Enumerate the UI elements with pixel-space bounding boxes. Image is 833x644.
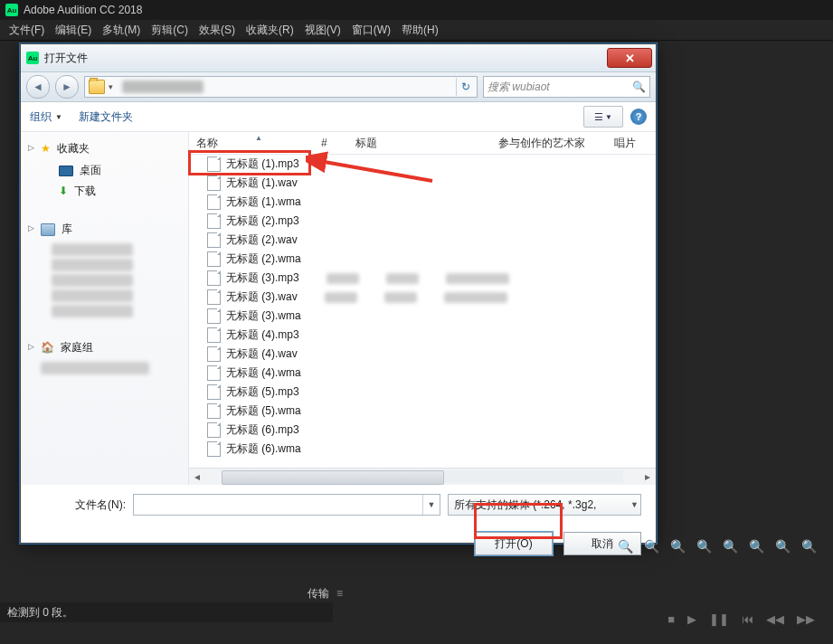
zoom-out-h-icon[interactable]: 🔍 xyxy=(696,539,712,554)
zoom-sel-icon[interactable]: 🔍 xyxy=(749,539,764,554)
scroll-left-icon[interactable]: ◂ xyxy=(189,469,205,484)
organize-button[interactable]: 组织 ▼ xyxy=(30,109,62,125)
zoom-fit-icon[interactable]: 🔍 xyxy=(723,539,738,554)
dialog-title-bar[interactable]: Au 打开文件 ✕ xyxy=(21,44,656,72)
star-icon: ★ xyxy=(41,142,51,155)
scrollbar-thumb[interactable] xyxy=(222,470,444,485)
file-row[interactable]: 无标题 (2).wav xyxy=(189,231,656,250)
nav-back-button[interactable]: ◄ xyxy=(26,75,50,99)
file-row[interactable]: 无标题 (4).wav xyxy=(189,345,656,364)
col-title[interactable]: 标题 xyxy=(355,136,498,151)
chevron-down-icon: ▼ xyxy=(55,113,62,121)
file-name: 无标题 (2).wav xyxy=(226,232,298,248)
file-row[interactable]: 无标题 (5).wma xyxy=(189,402,656,421)
file-name: 无标题 (5).mp3 xyxy=(226,384,299,400)
sidebar-favorites[interactable]: ▷ ★ 收藏夹 xyxy=(21,137,188,160)
search-input[interactable]: 搜索 wubiaot 🔍 xyxy=(483,76,650,98)
file-icon xyxy=(207,384,221,400)
menu-clip[interactable]: 剪辑(C) xyxy=(146,23,194,38)
skip-back-icon[interactable]: ⏮ xyxy=(742,612,753,626)
file-icon xyxy=(207,232,221,248)
file-name: 无标题 (5).wma xyxy=(226,403,301,419)
file-name: 无标题 (1).wav xyxy=(226,175,298,191)
nav-forward-button[interactable]: ► xyxy=(55,75,79,99)
desktop-icon xyxy=(59,166,73,176)
breadcrumb[interactable]: ▾ ↻ xyxy=(84,76,478,98)
file-row[interactable]: 无标题 (4).wma xyxy=(189,364,656,383)
view-mode-button[interactable]: ☰ ▼ xyxy=(583,106,623,128)
scroll-right-icon[interactable]: ▸ xyxy=(639,469,656,484)
file-row[interactable]: 无标题 (3).mp3 xyxy=(189,269,656,288)
menu-file[interactable]: 文件(F) xyxy=(4,23,50,38)
menu-effects[interactable]: 效果(S) xyxy=(194,23,241,38)
refresh-icon[interactable]: ↻ xyxy=(456,78,475,96)
horizontal-scrollbar[interactable]: ◂ ▸ xyxy=(189,468,656,485)
file-row[interactable]: 无标题 (2).mp3 xyxy=(189,212,656,231)
col-artist[interactable]: 参与创作的艺术家 xyxy=(498,136,614,151)
search-placeholder: 搜索 wubiaot xyxy=(487,80,550,95)
sidebar-item-downloads[interactable]: ⬇ 下载 xyxy=(21,181,188,202)
close-icon[interactable]: ✕ xyxy=(607,48,652,68)
zoom-in-h-icon[interactable]: 🔍 xyxy=(670,539,686,554)
app-title: Adobe Audition CC 2018 xyxy=(24,4,142,16)
file-row[interactable]: 无标题 (1).wma xyxy=(189,193,656,212)
sidebar-homegroup[interactable]: ▷ 🏠 家庭组 xyxy=(21,336,188,359)
file-row[interactable]: 无标题 (1).mp3 xyxy=(189,155,656,174)
menu-window[interactable]: 窗口(W) xyxy=(346,23,396,38)
sidebar-item-redacted xyxy=(52,305,133,317)
file-row[interactable]: 无标题 (4).mp3 xyxy=(189,326,656,345)
file-type-filter[interactable]: 所有支持的媒体 (*.264, *.3g2, ▼ xyxy=(448,494,641,516)
zoom-out-v-icon[interactable]: 🔍 xyxy=(801,539,817,554)
collapse-icon[interactable]: ▷ xyxy=(28,342,34,351)
panel-menu-icon[interactable]: ≡ xyxy=(336,587,342,600)
menu-help[interactable]: 帮助(H) xyxy=(396,23,444,38)
rewind-icon[interactable]: ◀◀ xyxy=(766,612,784,626)
zoom-tools: 🔍 🔍 🔍 🔍 🔍 🔍 🔍 🔍 xyxy=(618,539,817,554)
menu-multitrack[interactable]: 多轨(M) xyxy=(97,23,146,38)
help-icon[interactable]: ? xyxy=(630,109,647,125)
collapse-icon[interactable]: ▷ xyxy=(28,223,34,232)
file-name: 无标题 (4).mp3 xyxy=(226,327,299,343)
collapse-icon[interactable]: ▷ xyxy=(28,143,34,152)
menu-fav[interactable]: 收藏夹(R) xyxy=(241,23,299,38)
file-row[interactable]: 无标题 (3).wav xyxy=(189,288,656,307)
file-row[interactable]: 无标题 (3).wma xyxy=(189,307,656,326)
zoom-in-icon[interactable]: 🔍 xyxy=(618,539,633,554)
pause-icon[interactable]: ❚❚ xyxy=(709,612,729,626)
file-row[interactable]: 无标题 (1).wav xyxy=(189,174,656,193)
chevron-down-icon[interactable]: ▼ xyxy=(422,495,440,515)
zoom-in-v-icon[interactable]: 🔍 xyxy=(775,539,790,554)
file-row[interactable]: 无标题 (6).wma xyxy=(189,440,656,459)
menu-edit[interactable]: 编辑(E) xyxy=(50,23,97,38)
chevron-down-icon[interactable]: ▾ xyxy=(109,82,113,91)
filename-field[interactable]: ▼ xyxy=(133,494,440,516)
play-icon[interactable]: ▶ xyxy=(687,612,696,626)
column-headers[interactable]: ▲ 名称 # 标题 参与创作的艺术家 唱片 xyxy=(189,132,656,155)
file-icon xyxy=(207,270,221,286)
sidebar-library[interactable]: ▷ 库 xyxy=(21,218,188,241)
file-icon xyxy=(207,251,221,267)
open-button[interactable]: 打开(O) xyxy=(475,532,553,555)
file-name: 无标题 (3).wma xyxy=(226,308,301,324)
file-icon xyxy=(207,289,221,305)
file-name: 无标题 (4).wma xyxy=(226,365,301,381)
col-album[interactable]: 唱片 xyxy=(614,136,643,151)
stop-icon[interactable]: ■ xyxy=(667,612,675,626)
library-icon xyxy=(41,223,55,236)
zoom-out-icon[interactable]: 🔍 xyxy=(644,539,659,554)
menu-view[interactable]: 视图(V) xyxy=(299,23,346,38)
forward-icon[interactable]: ▶▶ xyxy=(797,612,815,626)
cell-redacted xyxy=(446,273,509,284)
new-folder-button[interactable]: 新建文件夹 xyxy=(79,109,133,125)
chevron-down-icon[interactable]: ▼ xyxy=(630,495,639,515)
file-row[interactable]: 无标题 (6).mp3 xyxy=(189,421,656,440)
file-row[interactable]: 无标题 (2).wma xyxy=(189,250,656,269)
cell-redacted xyxy=(386,273,419,284)
col-name[interactable]: 名称 xyxy=(196,137,218,149)
sidebar-item-desktop[interactable]: 桌面 xyxy=(21,160,188,181)
menu-bar: 文件(F) 编辑(E) 多轨(M) 剪辑(C) 效果(S) 收藏夹(R) 视图(… xyxy=(0,20,833,41)
file-name: 无标题 (6).wma xyxy=(226,441,301,457)
col-num[interactable]: # xyxy=(321,137,355,149)
cell-redacted xyxy=(325,292,357,303)
file-row[interactable]: 无标题 (5).mp3 xyxy=(189,383,656,402)
